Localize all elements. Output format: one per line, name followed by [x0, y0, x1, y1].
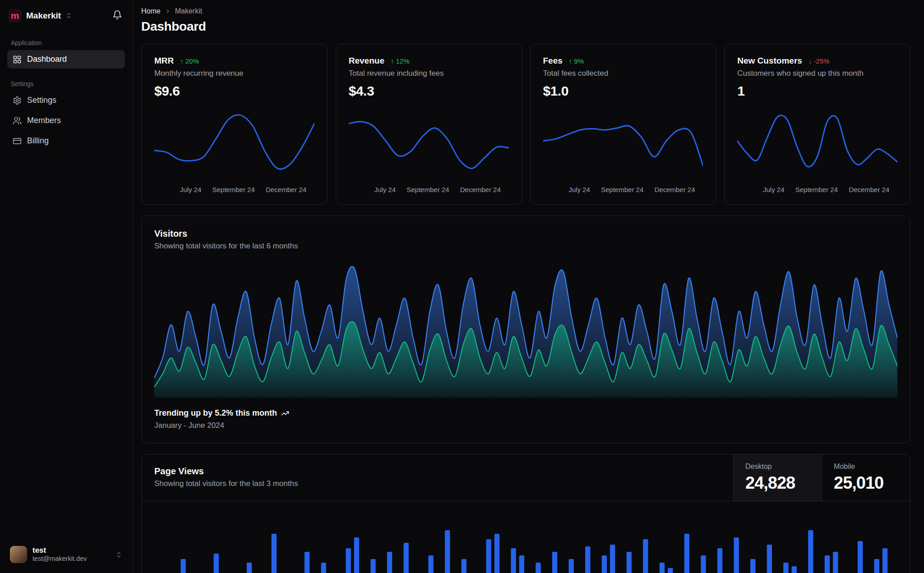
- axis-tick: September 24: [795, 186, 838, 193]
- app-root: m Makerkit Application Dashboard: [0, 0, 924, 573]
- stat-value: 1: [737, 83, 897, 99]
- sidebar-item-dashboard[interactable]: Dashboard: [7, 50, 125, 69]
- trend-badge: ↑9%: [569, 57, 584, 65]
- visitors-title: Visitors: [154, 229, 897, 239]
- stat-card-new-customers: New Customers ↓-25% Customers who signed…: [724, 44, 910, 205]
- axis-tick: July 24: [374, 186, 396, 193]
- stat-card-revenue: Revenue ↑12% Total revenue including fee…: [336, 44, 522, 205]
- stat-value: $1.0: [543, 83, 703, 99]
- trend-value: 9%: [574, 57, 584, 65]
- trend-up-icon: ↑: [391, 57, 394, 65]
- fees-sparkline-chart: [543, 107, 703, 181]
- visitors-footer: Trending up by 5.2% this month January -…: [154, 408, 897, 430]
- new-customers-sparkline-chart: [737, 107, 897, 181]
- page-views-bar-chart: [154, 509, 897, 573]
- axis-tick: December 24: [266, 186, 306, 193]
- visitors-card: Visitors Showing total visitors for the …: [141, 215, 910, 443]
- breadcrumb: Home Makerkit: [141, 7, 910, 15]
- sidebar-item-settings[interactable]: Settings: [7, 91, 125, 110]
- visitors-date-range: January - June 2024: [154, 421, 897, 430]
- stat-subtitle: Customers who signed up this month: [737, 69, 897, 78]
- user-name: test: [32, 546, 110, 555]
- stat-title: Fees: [543, 56, 563, 66]
- sidebar-item-members[interactable]: Members: [7, 111, 125, 130]
- stat-subtitle: Monthly recurring revenue: [154, 69, 314, 78]
- section-label-application: Application: [11, 39, 121, 46]
- trending-up-icon: [281, 409, 289, 417]
- axis-tick: July 24: [180, 186, 202, 193]
- x-axis-labels: July 24 September 24 December 24: [543, 181, 703, 193]
- workspace-switcher[interactable]: m Makerkit: [8, 9, 106, 23]
- sidebar-item-billing[interactable]: Billing: [7, 132, 125, 150]
- visitors-area-chart: [154, 262, 897, 398]
- sidebar-item-label: Members: [27, 116, 61, 125]
- stat-card-mrr: MRR ↑20% Monthly recurring revenue $9.6 …: [141, 44, 328, 205]
- trend-badge: ↓-25%: [808, 57, 830, 65]
- mobile-label: Mobile: [834, 463, 898, 471]
- trend-value: 20%: [185, 57, 199, 65]
- stat-value: $9.6: [154, 83, 314, 99]
- sidebar-item-label: Billing: [27, 136, 49, 146]
- mrr-sparkline-chart: [154, 107, 314, 181]
- sidebar-item-label: Settings: [27, 96, 56, 105]
- main-content: Home Makerkit Dashboard MRR ↑20% Monthly…: [133, 0, 924, 573]
- trend-up-icon: ↑: [180, 57, 184, 65]
- bell-icon: [112, 10, 122, 20]
- makerkit-logo: m: [8, 9, 22, 23]
- page-views-card: Page Views Showing total visitors for th…: [141, 454, 910, 573]
- sidebar-header: m Makerkit: [7, 6, 125, 28]
- chevrons-up-down-icon: [116, 551, 122, 558]
- stat-cards-row: MRR ↑20% Monthly recurring revenue $9.6 …: [141, 44, 910, 205]
- user-menu[interactable]: test test@makerkit.dev: [6, 542, 126, 567]
- desktop-value: 24,828: [745, 473, 810, 493]
- chevron-right-icon: [165, 8, 171, 14]
- trend-up-icon: ↑: [569, 57, 573, 65]
- stat-subtitle: Total fees collected: [543, 69, 703, 78]
- x-axis-labels: July 24 September 24 December 24: [154, 181, 314, 193]
- revenue-sparkline-chart: [349, 107, 509, 181]
- chevrons-up-down-icon: [65, 12, 72, 19]
- page-views-title: Page Views: [154, 466, 721, 477]
- trend-badge: ↑12%: [391, 57, 410, 65]
- grid-icon: [13, 55, 22, 64]
- axis-tick: September 24: [601, 186, 643, 193]
- workspace-name: Makerkit: [26, 11, 61, 21]
- gear-icon: [13, 96, 22, 105]
- trend-value: -25%: [813, 57, 829, 65]
- users-icon: [13, 116, 22, 125]
- stat-card-fees: Fees ↑9% Total fees collected $1.0 July …: [530, 44, 716, 205]
- axis-tick: September 24: [407, 186, 449, 193]
- settings-nav: Settings Members Billing: [7, 91, 125, 150]
- axis-tick: July 24: [763, 186, 785, 193]
- application-nav: Dashboard: [7, 50, 125, 69]
- visitors-subtitle: Showing total visitors for the last 6 mo…: [154, 242, 897, 251]
- stat-title: New Customers: [737, 56, 802, 66]
- user-email: test@makerkit.dev: [32, 555, 110, 563]
- stat-subtitle: Total revenue including fees: [349, 69, 509, 78]
- logo-letter: m: [11, 11, 19, 20]
- stat-title: MRR: [154, 56, 174, 66]
- trend-badge: ↑20%: [180, 57, 199, 65]
- page-views-header: Page Views Showing total visitors for th…: [142, 454, 910, 501]
- page-views-subtitle: Showing total visitors for the last 3 mo…: [154, 479, 721, 488]
- axis-tick: December 24: [849, 186, 889, 193]
- breadcrumb-home[interactable]: Home: [141, 7, 161, 15]
- mobile-toggle[interactable]: Mobile 25,010: [822, 454, 910, 501]
- x-axis-labels: July 24 September 24 December 24: [349, 181, 509, 193]
- axis-tick: July 24: [568, 186, 590, 193]
- sidebar-item-label: Dashboard: [27, 55, 67, 64]
- trend-down-icon: ↓: [808, 57, 812, 65]
- user-meta: test test@makerkit.dev: [32, 546, 110, 563]
- visitors-trend-text: Trending up by 5.2% this month: [154, 408, 277, 418]
- axis-tick: September 24: [213, 186, 255, 193]
- trend-value: 12%: [396, 57, 409, 65]
- page-title: Dashboard: [141, 19, 910, 34]
- breadcrumb-current: Makerkit: [175, 7, 202, 15]
- sidebar: m Makerkit Application Dashboard: [0, 0, 133, 573]
- desktop-toggle[interactable]: Desktop 24,828: [733, 454, 822, 501]
- stat-value: $4.3: [349, 83, 509, 99]
- axis-tick: December 24: [460, 186, 501, 193]
- stat-title: Revenue: [349, 56, 384, 66]
- x-axis-labels: July 24 September 24 December 24: [737, 181, 897, 193]
- notifications-button[interactable]: [111, 8, 124, 23]
